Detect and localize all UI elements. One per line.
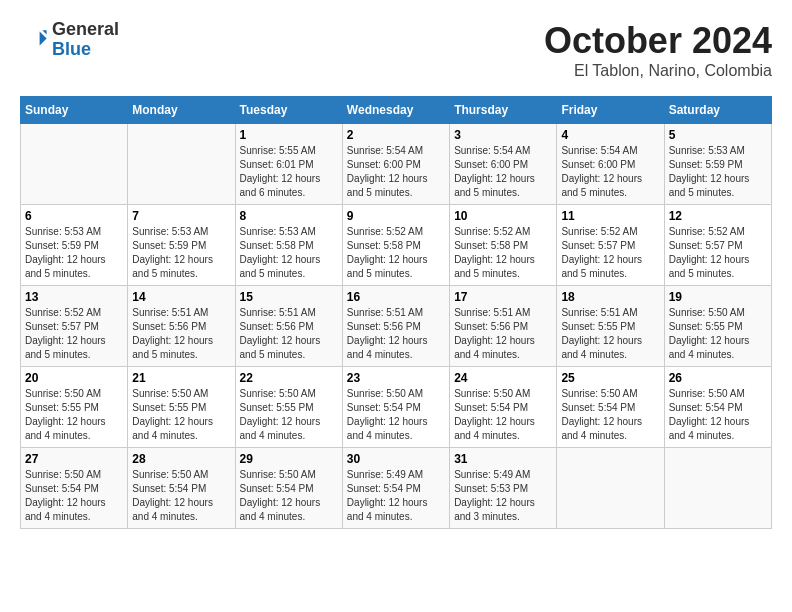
calendar-cell: 7Sunrise: 5:53 AM Sunset: 5:59 PM Daylig… [128,205,235,286]
day-info: Sunrise: 5:50 AM Sunset: 5:54 PM Dayligh… [132,468,230,524]
day-number: 3 [454,128,552,142]
day-number: 26 [669,371,767,385]
day-info: Sunrise: 5:50 AM Sunset: 5:55 PM Dayligh… [132,387,230,443]
calendar-cell: 12Sunrise: 5:52 AM Sunset: 5:57 PM Dayli… [664,205,771,286]
month-year: October 2024 [544,20,772,62]
day-number: 17 [454,290,552,304]
day-number: 4 [561,128,659,142]
calendar-cell: 31Sunrise: 5:49 AM Sunset: 5:53 PM Dayli… [450,448,557,529]
day-info: Sunrise: 5:51 AM Sunset: 5:56 PM Dayligh… [132,306,230,362]
day-number: 14 [132,290,230,304]
day-header-sunday: Sunday [21,97,128,124]
day-number: 30 [347,452,445,466]
header-row: SundayMondayTuesdayWednesdayThursdayFrid… [21,97,772,124]
calendar-cell: 4Sunrise: 5:54 AM Sunset: 6:00 PM Daylig… [557,124,664,205]
calendar-cell [664,448,771,529]
day-number: 24 [454,371,552,385]
day-info: Sunrise: 5:52 AM Sunset: 5:57 PM Dayligh… [561,225,659,281]
day-number: 28 [132,452,230,466]
calendar-cell [557,448,664,529]
day-info: Sunrise: 5:50 AM Sunset: 5:55 PM Dayligh… [25,387,123,443]
day-info: Sunrise: 5:50 AM Sunset: 5:54 PM Dayligh… [347,387,445,443]
calendar-cell: 17Sunrise: 5:51 AM Sunset: 5:56 PM Dayli… [450,286,557,367]
day-header-thursday: Thursday [450,97,557,124]
day-header-tuesday: Tuesday [235,97,342,124]
day-number: 1 [240,128,338,142]
svg-marker-1 [42,30,46,34]
day-info: Sunrise: 5:52 AM Sunset: 5:58 PM Dayligh… [454,225,552,281]
location: El Tablon, Narino, Colombia [544,62,772,80]
calendar-week-2: 6Sunrise: 5:53 AM Sunset: 5:59 PM Daylig… [21,205,772,286]
day-info: Sunrise: 5:50 AM Sunset: 5:54 PM Dayligh… [561,387,659,443]
calendar-cell: 24Sunrise: 5:50 AM Sunset: 5:54 PM Dayli… [450,367,557,448]
calendar-cell: 6Sunrise: 5:53 AM Sunset: 5:59 PM Daylig… [21,205,128,286]
page-header: General Blue October 2024 El Tablon, Nar… [20,20,772,80]
calendar-week-4: 20Sunrise: 5:50 AM Sunset: 5:55 PM Dayli… [21,367,772,448]
calendar-cell [21,124,128,205]
calendar-cell: 26Sunrise: 5:50 AM Sunset: 5:54 PM Dayli… [664,367,771,448]
day-number: 15 [240,290,338,304]
svg-marker-0 [40,31,47,45]
calendar-cell: 27Sunrise: 5:50 AM Sunset: 5:54 PM Dayli… [21,448,128,529]
day-info: Sunrise: 5:51 AM Sunset: 5:55 PM Dayligh… [561,306,659,362]
calendar-table: SundayMondayTuesdayWednesdayThursdayFrid… [20,96,772,529]
day-number: 13 [25,290,123,304]
calendar-cell: 5Sunrise: 5:53 AM Sunset: 5:59 PM Daylig… [664,124,771,205]
calendar-cell: 11Sunrise: 5:52 AM Sunset: 5:57 PM Dayli… [557,205,664,286]
day-info: Sunrise: 5:51 AM Sunset: 5:56 PM Dayligh… [454,306,552,362]
calendar-cell: 19Sunrise: 5:50 AM Sunset: 5:55 PM Dayli… [664,286,771,367]
day-info: Sunrise: 5:50 AM Sunset: 5:54 PM Dayligh… [454,387,552,443]
day-number: 12 [669,209,767,223]
day-info: Sunrise: 5:55 AM Sunset: 6:01 PM Dayligh… [240,144,338,200]
calendar-week-3: 13Sunrise: 5:52 AM Sunset: 5:57 PM Dayli… [21,286,772,367]
day-info: Sunrise: 5:54 AM Sunset: 6:00 PM Dayligh… [347,144,445,200]
calendar-cell: 18Sunrise: 5:51 AM Sunset: 5:55 PM Dayli… [557,286,664,367]
day-info: Sunrise: 5:54 AM Sunset: 6:00 PM Dayligh… [561,144,659,200]
day-number: 22 [240,371,338,385]
calendar-cell: 28Sunrise: 5:50 AM Sunset: 5:54 PM Dayli… [128,448,235,529]
day-number: 9 [347,209,445,223]
day-header-friday: Friday [557,97,664,124]
calendar-cell: 8Sunrise: 5:53 AM Sunset: 5:58 PM Daylig… [235,205,342,286]
logo: General Blue [20,20,119,60]
calendar-cell: 3Sunrise: 5:54 AM Sunset: 6:00 PM Daylig… [450,124,557,205]
day-number: 19 [669,290,767,304]
logo-blue: Blue [52,40,119,60]
day-info: Sunrise: 5:53 AM Sunset: 5:59 PM Dayligh… [25,225,123,281]
calendar-cell: 20Sunrise: 5:50 AM Sunset: 5:55 PM Dayli… [21,367,128,448]
day-number: 27 [25,452,123,466]
calendar-cell: 9Sunrise: 5:52 AM Sunset: 5:58 PM Daylig… [342,205,449,286]
day-info: Sunrise: 5:54 AM Sunset: 6:00 PM Dayligh… [454,144,552,200]
day-header-saturday: Saturday [664,97,771,124]
calendar-cell: 13Sunrise: 5:52 AM Sunset: 5:57 PM Dayli… [21,286,128,367]
day-number: 16 [347,290,445,304]
day-number: 7 [132,209,230,223]
day-number: 29 [240,452,338,466]
day-number: 21 [132,371,230,385]
day-info: Sunrise: 5:49 AM Sunset: 5:53 PM Dayligh… [454,468,552,524]
day-info: Sunrise: 5:51 AM Sunset: 5:56 PM Dayligh… [347,306,445,362]
calendar-cell: 15Sunrise: 5:51 AM Sunset: 5:56 PM Dayli… [235,286,342,367]
calendar-cell: 23Sunrise: 5:50 AM Sunset: 5:54 PM Dayli… [342,367,449,448]
day-number: 8 [240,209,338,223]
day-info: Sunrise: 5:52 AM Sunset: 5:57 PM Dayligh… [669,225,767,281]
calendar-cell: 29Sunrise: 5:50 AM Sunset: 5:54 PM Dayli… [235,448,342,529]
day-info: Sunrise: 5:53 AM Sunset: 5:59 PM Dayligh… [669,144,767,200]
logo-icon [20,26,48,54]
day-number: 11 [561,209,659,223]
logo-text: General Blue [52,20,119,60]
day-info: Sunrise: 5:53 AM Sunset: 5:59 PM Dayligh… [132,225,230,281]
day-number: 10 [454,209,552,223]
day-number: 18 [561,290,659,304]
logo-general: General [52,20,119,40]
calendar-week-1: 1Sunrise: 5:55 AM Sunset: 6:01 PM Daylig… [21,124,772,205]
day-number: 20 [25,371,123,385]
day-number: 23 [347,371,445,385]
calendar-cell: 1Sunrise: 5:55 AM Sunset: 6:01 PM Daylig… [235,124,342,205]
calendar-cell [128,124,235,205]
day-number: 6 [25,209,123,223]
day-info: Sunrise: 5:53 AM Sunset: 5:58 PM Dayligh… [240,225,338,281]
day-info: Sunrise: 5:50 AM Sunset: 5:54 PM Dayligh… [240,468,338,524]
day-number: 25 [561,371,659,385]
calendar-cell: 22Sunrise: 5:50 AM Sunset: 5:55 PM Dayli… [235,367,342,448]
